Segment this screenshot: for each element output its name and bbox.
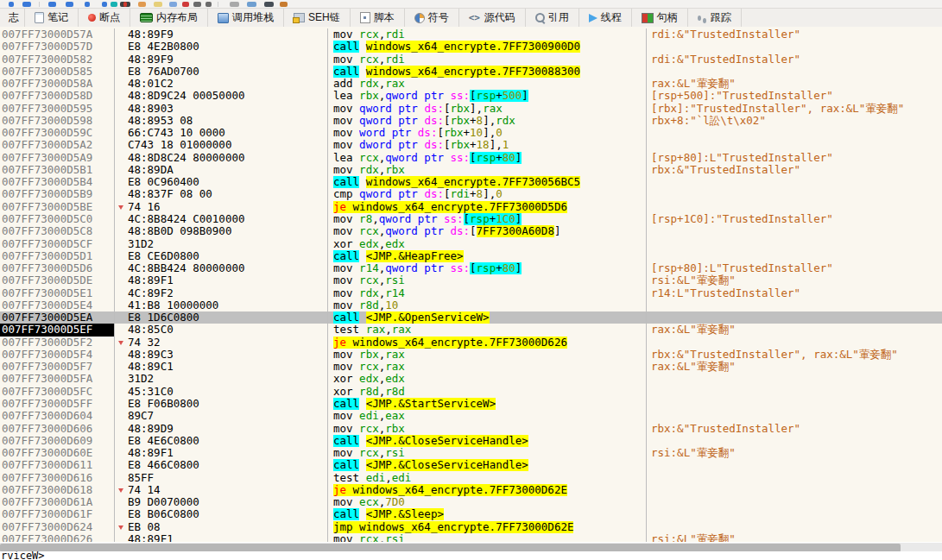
disasm-row[interactable]: 007FF73000D60489C7mov edi,eax: [0, 410, 942, 422]
disasm-row[interactable]: 007FF73000D5B948:837F 08 00cmp qword ptr…: [0, 188, 942, 200]
disasm-row[interactable]: 007FF73000D57A48:89F9mov rcx,rdirdi:&"Tr…: [0, 28, 942, 41]
disasm-row[interactable]: 007FF73000D61685FFtest edi,edi: [0, 472, 942, 484]
disasm-row[interactable]: 007FF73000D5B4E8 0C960400call windows_x6…: [0, 176, 942, 188]
address-cell-current: 007FF73000D5EF: [0, 324, 115, 336]
disasm-row[interactable]: 007FF73000D5FA31D2xor edx,edx: [0, 373, 942, 385]
disasm-row[interactable]: 007FF73000D5CF31D2xor edx,edx: [0, 238, 942, 250]
disasm-row[interactable]: 007FF73000D5E441:B8 10000000mov r8d,10: [0, 299, 942, 311]
tab-label: 句柄: [657, 10, 678, 25]
asm-token: rbx: [385, 423, 405, 435]
comment-cell: [647, 127, 942, 139]
disasm-row[interactable]: 007FF73000D61AB9 D0070000mov ecx,7D0: [0, 496, 942, 508]
asm-token: <JMP.&CloseServiceHandle>: [366, 435, 528, 447]
asm-token: [346, 484, 353, 496]
asm-token: rdx: [496, 115, 515, 127]
disasm-row[interactable]: 007FF73000D59C66:C743 10 0000mov word pt…: [0, 127, 942, 139]
toolbar-icon-fragment: [102, 2, 107, 7]
disasm-row[interactable]: 007FF73000D5C04C:8B8424 C0010000mov r8,q…: [0, 213, 942, 225]
disasm-row[interactable]: 007FF73000D5EAE8 1D6C0800call <JMP.&Open…: [0, 311, 942, 324]
disasm-row[interactable]: 007FF73000D59548:8903mov qword ptr ds:[r…: [0, 103, 942, 115]
instruction-cell: cmp qword ptr ds:[rdi+8],0: [328, 188, 647, 200]
disasm-row[interactable]: 007FF73000D5F448:89C3mov rbx,raxrbx:&"Tr…: [0, 349, 942, 361]
tab-trace[interactable]: 跟踪: [688, 9, 742, 27]
asm-token: dword ptr: [359, 139, 424, 151]
asm-token: ]: [483, 188, 490, 200]
asm-token: mov: [333, 213, 359, 225]
asm-token: [: [470, 262, 477, 274]
disasm-row[interactable]: 007FF73000D5F274 32je windows_x64_encryp…: [0, 337, 942, 349]
bytes-cell: 48:89D9: [128, 423, 328, 435]
disasm-row[interactable]: 007FF73000D5BE74 16je windows_x64_encryp…: [0, 201, 942, 213]
toolbar-icon-fragment: [66, 2, 73, 7]
instruction-cell: xor edx,edx: [328, 238, 647, 250]
comment-cell: rbx:&"TrustedInstaller", rax:&L"葷妾翻": [647, 349, 942, 361]
disasm-row[interactable]: 007FF73000D585E8 76AD0700call windows_x6…: [0, 66, 942, 78]
disasm-row[interactable]: 007FF73000D5D64C:8BB424 80000000mov r14,…: [0, 262, 942, 274]
disasm-row[interactable]: 007FF73000D5C848:8B0D 098B0900mov rcx,qw…: [0, 225, 942, 237]
asm-token: test: [333, 324, 366, 336]
asm-token: ds:: [424, 103, 444, 115]
instruction-cell: mov rcx,rax: [328, 361, 647, 373]
bytes-cell: 48:89F1: [128, 447, 328, 459]
tab-log[interactable]: 志: [0, 9, 25, 27]
disasm-row[interactable]: 007FF73000D5FC45:31C0xor r8d,r8d: [0, 386, 942, 398]
disasm-row[interactable]: 007FF73000D61874 14je windows_x64_encryp…: [0, 484, 942, 496]
toolbar-icon-fragment: [48, 2, 56, 7]
tab-handles[interactable]: 句柄: [632, 9, 688, 27]
comment-cell: rax:&L"葷妾翻": [647, 324, 942, 336]
script-icon: [360, 12, 370, 23]
asm-token: xor: [333, 238, 359, 250]
disasm-row[interactable]: 007FF73000D5EF48:85C0test rax,raxrax:&L"…: [0, 324, 942, 336]
disasm-row[interactable]: 007FF73000D5E14C:89F2mov rdx,r14r14:L"Tr…: [0, 287, 942, 299]
tab-breakpoints[interactable]: 断点: [79, 9, 130, 27]
tab-call-stack[interactable]: 调用堆栈: [208, 9, 284, 27]
asm-token: rbx: [450, 115, 470, 127]
instruction-cell: mov rcx,rbx: [328, 423, 647, 435]
disasm-row[interactable]: 007FF73000D60648:89D9mov rcx,rbxrbx:&"Tr…: [0, 423, 942, 435]
disassembly-pane[interactable]: 007FF73000D57A48:89F9mov rcx,rdirdi:&"Tr…: [0, 27, 942, 542]
disasm-row[interactable]: 007FF73000D5A2C743 18 01000000mov dword …: [0, 139, 942, 151]
asm-token: mov: [333, 103, 359, 115]
disasm-row[interactable]: 007FF73000D58D48:8D9C24 00050000lea rbx,…: [0, 90, 942, 102]
disasm-row[interactable]: 007FF73000D5FFE8 F06B0800call <JMP.&Star…: [0, 398, 942, 410]
bytes-cell: E8 F06B0800: [128, 398, 328, 410]
asm-token: 8: [477, 115, 484, 127]
disasm-row[interactable]: 007FF73000D5D1E8 CE6D0800call <JMP.&Heap…: [0, 250, 942, 262]
disasm-row[interactable]: 007FF73000D58A48:01C2add rdx,raxrax:&L"葷…: [0, 78, 942, 90]
tab-threads[interactable]: 线程: [579, 9, 632, 27]
tab-references[interactable]: 引用: [526, 9, 579, 27]
tab-memory-map[interactable]: 内存布局: [130, 9, 208, 27]
bytes-cell: 45:31C0: [128, 386, 328, 398]
address-cell: 007FF73000D5E4: [0, 299, 115, 311]
disasm-row[interactable]: 007FF73000D59848:8953 08mov qword ptr ds…: [0, 115, 942, 127]
jump-marker-cell: [115, 299, 128, 311]
asm-token: windows_x64_encrypte.7FF73000D62E: [353, 484, 567, 496]
asm-token: +: [470, 139, 477, 151]
disasm-row[interactable]: 007FF73000D611E8 466C0800call <JMP.&Clos…: [0, 459, 942, 471]
asm-token: ds:: [424, 115, 444, 127]
disasm-row[interactable]: 007FF73000D5A948:8D8C24 80000000lea rcx,…: [0, 152, 942, 164]
disasm-row[interactable]: 007FF73000D5B148:89DAmov rdx,rbxrbx:&"Tr…: [0, 164, 942, 176]
disasm-row[interactable]: 007FF73000D60E48:89F1mov rcx,rsirsi:&L"葷…: [0, 447, 942, 459]
disasm-row[interactable]: 007FF73000D58248:89F9mov rcx,rdirdi:&"Tr…: [0, 53, 942, 66]
disasm-row[interactable]: 007FF73000D624EB 08jmp windows_x64_encry…: [0, 521, 942, 533]
address-cell: 007FF73000D598: [0, 115, 115, 127]
tab-script[interactable]: 脚本: [351, 9, 405, 27]
disasm-row[interactable]: 007FF73000D62648:89F1mov rcx,rsirsi:&L"葷…: [0, 533, 942, 542]
asm-token: 7FF7300A60D8: [477, 225, 554, 237]
tab-notes[interactable]: 笔记: [25, 9, 79, 27]
asm-token: rsi: [385, 274, 405, 286]
disasm-row[interactable]: 007FF73000D61FE8 B06C0800call <JMP.&Slee…: [0, 508, 942, 520]
comment-cell: rsi:&L"葷妾翻": [647, 533, 942, 542]
asm-token: rcx: [359, 447, 379, 459]
disasm-row[interactable]: 007FF73000D5F748:89C1mov rcx,raxrax:&L"葷…: [0, 361, 942, 373]
tab-source[interactable]: 源代码: [459, 9, 526, 27]
disasm-row[interactable]: 007FF73000D609E8 4E6C0800call <JMP.&Clos…: [0, 435, 942, 447]
toolbar-icon-fragment: [138, 2, 146, 7]
disasm-row[interactable]: 007FF73000D5DE48:89F1mov rcx,rsirsi:&L"葷…: [0, 274, 942, 286]
disasm-row[interactable]: 007FF73000D57DE8 4E2B0800call windows_x6…: [0, 41, 942, 53]
asm-token: qword ptr: [385, 262, 450, 274]
tab-symbols[interactable]: 符号: [405, 9, 459, 27]
tab-seh-chain[interactable]: SEH链: [284, 9, 351, 27]
jump-marker-cell: [115, 435, 128, 447]
